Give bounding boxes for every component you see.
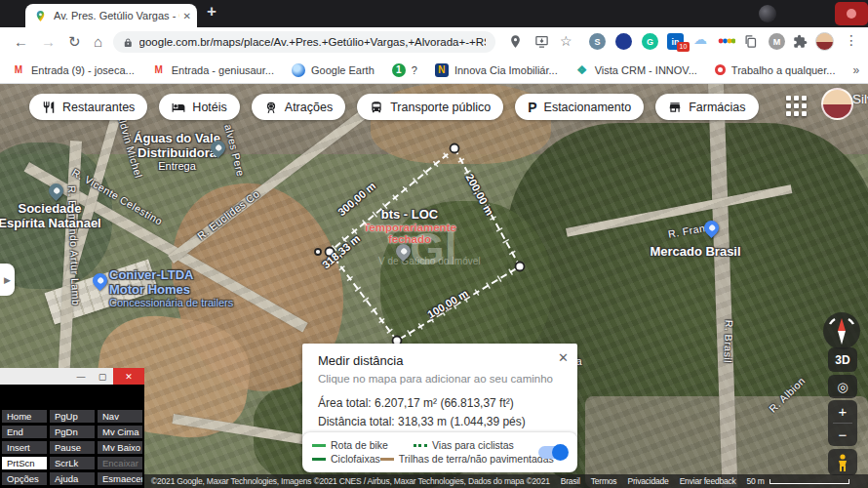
m-extension-icon[interactable]: M bbox=[769, 33, 785, 50]
legend-line-brown bbox=[380, 458, 394, 461]
tab-close-icon[interactable]: ✕ bbox=[183, 11, 191, 21]
my-location-button[interactable]: ◎ bbox=[828, 375, 857, 398]
zoom-in-button[interactable]: + bbox=[828, 400, 857, 423]
browser-toolbar: ← → ↻ ⌂ google.com.br/maps/place/Av.+Pre… bbox=[0, 27, 868, 57]
account-avatar[interactable] bbox=[821, 88, 853, 120]
poi-label-silva: Silva bbox=[852, 92, 868, 106]
osk-close-button[interactable]: ✕ bbox=[113, 368, 144, 385]
bookmark-item[interactable]: Google Earth bbox=[292, 63, 375, 77]
osk-key-end[interactable]: End bbox=[2, 426, 47, 438]
bookmark-item[interactable]: M Entrada - geniusaur... bbox=[152, 63, 274, 77]
new-tab-button[interactable]: + bbox=[207, 2, 217, 21]
zoom-out-button[interactable]: − bbox=[828, 424, 857, 446]
linkedin-badge: 10 bbox=[677, 42, 690, 52]
chip-transit[interactable]: Transporte público bbox=[357, 94, 503, 120]
legend-bike-route: Rota de bike bbox=[312, 439, 414, 451]
copy-pages-extension-icon[interactable] bbox=[743, 34, 758, 49]
profile-avatar[interactable] bbox=[815, 32, 834, 51]
chip-parking[interactable]: P Estacionamento bbox=[515, 94, 644, 120]
innova-icon: N bbox=[435, 63, 449, 77]
back-icon[interactable]: ← bbox=[14, 33, 28, 50]
osk-key-encaixar[interactable]: Encaixar bbox=[98, 457, 142, 469]
chip-hotels[interactable]: Hotéis bbox=[159, 94, 239, 120]
osk-key-insert[interactable]: Insert bbox=[2, 441, 47, 454]
osk-key-prtscn[interactable]: PrtScn bbox=[2, 457, 47, 469]
forward-icon[interactable]: → bbox=[41, 33, 56, 50]
browser-tab[interactable]: Av. Pres. Getúlio Vargas - Googl ✕ bbox=[25, 4, 197, 27]
legend-bike-lanes: Ciclofaixas bbox=[312, 453, 380, 465]
grammarly-extension-icon[interactable]: G bbox=[642, 33, 658, 50]
bike-layer-toggle[interactable] bbox=[538, 446, 568, 459]
compass-control[interactable] bbox=[823, 312, 860, 349]
osk-minimize-button[interactable]: — bbox=[70, 368, 92, 385]
hotel-icon bbox=[172, 101, 185, 114]
tab-strip: Av. Pres. Getúlio Vargas - Googl ✕ + bbox=[0, 0, 868, 27]
chip-attractions[interactable]: Atrações bbox=[252, 94, 345, 120]
osk-key-mv-baixo[interactable]: Mv Baixo bbox=[98, 441, 142, 454]
osk-maximize-button[interactable]: ▢ bbox=[92, 368, 113, 385]
bookmark-item[interactable]: 1 ? bbox=[392, 63, 417, 77]
blue-extension-icon[interactable] bbox=[615, 33, 632, 50]
panel-hint: Clique no mapa para adicionar ao seu cam… bbox=[318, 373, 562, 385]
chip-restaurants[interactable]: Restaurantes bbox=[29, 94, 147, 120]
osk-key-scrlk[interactable]: ScrLk bbox=[50, 457, 95, 469]
osk-key-esmaecer[interactable]: Esmaecer bbox=[98, 472, 142, 485]
badge-one-icon: 1 bbox=[392, 63, 406, 77]
tabstrip-extension-icon[interactable] bbox=[759, 5, 776, 22]
browser-menu-icon[interactable]: ⋮ bbox=[845, 32, 858, 48]
home-icon[interactable]: ⌂ bbox=[94, 33, 102, 50]
chip-pharmacies[interactable]: Farmácias bbox=[655, 94, 758, 120]
attr-link-termos[interactable]: Termos bbox=[591, 476, 617, 486]
address-bar[interactable]: google.com.br/maps/place/Av.+Pres.+Getúl… bbox=[113, 31, 495, 53]
pegman-button[interactable] bbox=[828, 449, 857, 475]
bookmark-label: Entrada - geniusaur... bbox=[172, 64, 274, 76]
recording-indicator[interactable] bbox=[835, 2, 868, 25]
panel-close-icon[interactable]: ✕ bbox=[558, 350, 569, 365]
bookmark-item[interactable]: Trabalho a qualquer... bbox=[715, 64, 836, 76]
bookmark-star-icon[interactable]: ☆ bbox=[560, 33, 572, 49]
attr-link-brasil[interactable]: Brasil bbox=[561, 476, 580, 486]
extensions-puzzle-icon[interactable] bbox=[793, 34, 808, 49]
bookmark-item[interactable]: N Innova Cia Imobiliár... bbox=[435, 63, 558, 77]
reload-icon[interactable]: ↻ bbox=[68, 33, 81, 51]
osk-key-pause[interactable]: Pause bbox=[50, 441, 95, 454]
pegman-icon bbox=[837, 454, 848, 471]
google-apps-grid-icon[interactable] bbox=[786, 96, 809, 118]
osk-key-grid: Home PgUp Nav End PgDn Mv Cima Insert Pa… bbox=[0, 385, 144, 488]
map-scale-label: 50 m bbox=[747, 476, 765, 486]
3d-button[interactable]: 3D bbox=[828, 347, 857, 372]
skype-extension-icon[interactable]: S bbox=[589, 33, 606, 50]
ebay-extension-icon[interactable] bbox=[718, 36, 735, 46]
location-pin-icon[interactable] bbox=[508, 34, 523, 49]
url-text: google.com.br/maps/place/Av.+Pres.+Getúl… bbox=[139, 36, 486, 48]
bookmarks-bar: M Entrada (9) - joseca... M Entrada - ge… bbox=[0, 57, 868, 84]
legend-line-dotted bbox=[414, 444, 427, 447]
side-panel-expand-button[interactable]: ▶ bbox=[0, 264, 15, 296]
osk-key-pgup[interactable]: PgUp bbox=[50, 410, 95, 423]
osk-key-pgdn[interactable]: PgDn bbox=[50, 426, 95, 438]
zoom-control: + − bbox=[828, 400, 857, 446]
pharmacy-icon bbox=[668, 101, 682, 114]
osk-key-mv-cima[interactable]: Mv Cima bbox=[98, 426, 142, 438]
attr-link-feedback[interactable]: Enviar feedback bbox=[680, 476, 736, 486]
bookmarks-overflow-chevron[interactable]: » bbox=[852, 63, 859, 77]
measure-distance-panel: ✕ Medir distância Clique no mapa para ad… bbox=[302, 344, 577, 442]
parking-icon: P bbox=[528, 100, 536, 115]
cloud-extension-icon[interactable]: ☁ bbox=[693, 31, 707, 47]
map-copyright: ©2021 Google, Maxar Technologies, Imagen… bbox=[151, 476, 550, 486]
bookmark-label: Google Earth bbox=[311, 64, 375, 76]
attr-link-privacidade[interactable]: Privacidade bbox=[627, 476, 668, 486]
osk-key-opcoes[interactable]: Opções bbox=[2, 472, 47, 485]
osk-key-home[interactable]: Home bbox=[2, 410, 47, 423]
lock-icon bbox=[123, 37, 134, 48]
bookmark-item[interactable]: M Entrada (9) - joseca... bbox=[12, 63, 135, 77]
gmail-icon: M bbox=[152, 63, 166, 77]
legend-cyclist-ways: Vias para ciclistas bbox=[414, 439, 514, 451]
osk-key-ajuda[interactable]: Ajuda bbox=[50, 472, 95, 485]
bookmark-item[interactable]: ❖ Vista CRM - INNOV... bbox=[575, 63, 697, 77]
osk-key-nav[interactable]: Nav bbox=[98, 410, 142, 423]
install-app-icon[interactable] bbox=[534, 34, 549, 49]
bookmark-label: ? bbox=[412, 64, 417, 76]
legend-line-darkgreen bbox=[312, 458, 326, 461]
bookmark-label: Entrada (9) - joseca... bbox=[31, 64, 135, 76]
